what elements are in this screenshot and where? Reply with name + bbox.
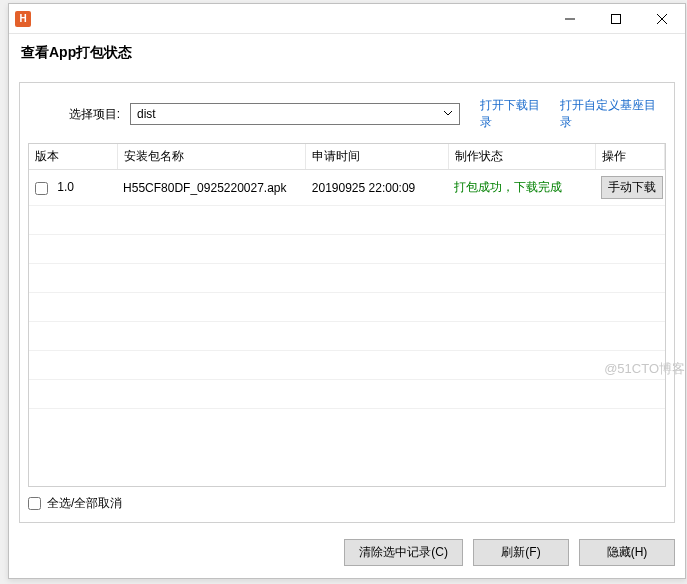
project-select-value: dist: [137, 107, 156, 121]
cell-status: 打包成功，下载完成: [448, 170, 595, 206]
hide-button[interactable]: 隐藏(H): [579, 539, 675, 566]
select-all-checkbox[interactable]: [28, 497, 41, 510]
dialog-title: 查看App打包状态: [9, 34, 685, 70]
table-row[interactable]: 1.0 H55CF80DF_0925220027.apk 20190925 22…: [29, 170, 665, 206]
select-all-row: 全选/全部取消: [20, 487, 674, 514]
cell-version: 1.0: [57, 180, 74, 194]
table-header-row: 版本 安装包名称 申请时间 制作状态 操作: [29, 144, 665, 170]
table-row: [29, 293, 665, 322]
select-all-label: 全选/全部取消: [47, 495, 122, 512]
footer: 清除选中记录(C) 刷新(F) 隐藏(H): [9, 531, 685, 578]
svg-rect-1: [612, 14, 621, 23]
build-table: 版本 安装包名称 申请时间 制作状态 操作 1.0 H55CF80DF_0925…: [28, 143, 666, 487]
maximize-button[interactable]: [593, 4, 639, 34]
col-action: 操作: [595, 144, 664, 170]
open-download-dir-link[interactable]: 打开下载目录: [480, 97, 550, 131]
col-apply-time: 申请时间: [306, 144, 449, 170]
row-checkbox[interactable]: [35, 182, 48, 195]
col-version: 版本: [29, 144, 117, 170]
table-row: [29, 380, 665, 409]
table-row: [29, 264, 665, 293]
link-group: 打开下载目录 打开自定义基座目录: [480, 97, 666, 131]
manual-download-button[interactable]: 手动下载: [601, 176, 663, 199]
table-row: [29, 351, 665, 380]
table-row: [29, 206, 665, 235]
close-button[interactable]: [639, 4, 685, 34]
clear-selected-button[interactable]: 清除选中记录(C): [344, 539, 463, 566]
col-status: 制作状态: [448, 144, 595, 170]
chevron-down-icon: [443, 107, 453, 121]
table-row: [29, 322, 665, 351]
project-select[interactable]: dist: [130, 103, 460, 125]
refresh-button[interactable]: 刷新(F): [473, 539, 569, 566]
minimize-button[interactable]: [547, 4, 593, 34]
watermark: @51CTO博客: [604, 360, 685, 378]
app-icon-letter: H: [19, 13, 26, 24]
titlebar: H: [9, 4, 685, 34]
open-custom-base-dir-link[interactable]: 打开自定义基座目录: [560, 97, 666, 131]
content-panel: 选择项目: dist 打开下载目录 打开自定义基座目录: [19, 82, 675, 523]
dialog-window: H 查看App打包状态 选择项目: dist 打开下载目录 打开自定义基座目录: [8, 3, 686, 579]
col-package: 安装包名称: [117, 144, 306, 170]
app-icon: H: [15, 11, 31, 27]
table-row: [29, 235, 665, 264]
cell-package: H55CF80DF_0925220027.apk: [117, 170, 306, 206]
cell-apply-time: 20190925 22:00:09: [306, 170, 449, 206]
filter-row: 选择项目: dist 打开下载目录 打开自定义基座目录: [20, 93, 674, 143]
project-select-label: 选择项目:: [28, 106, 124, 123]
